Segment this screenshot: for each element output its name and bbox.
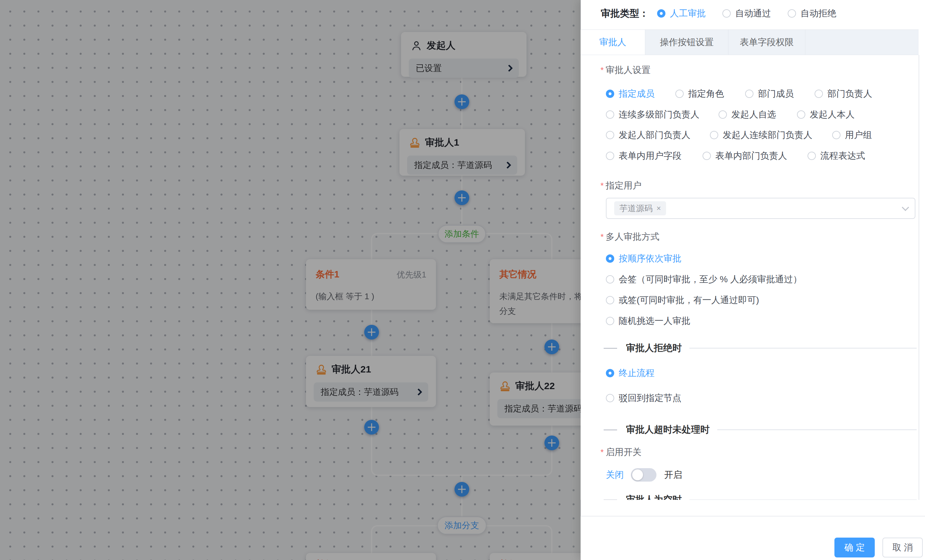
tab-action-buttons[interactable]: 操作按钮设置 (645, 30, 729, 55)
radio-icon[interactable] (606, 296, 614, 304)
radio-icon[interactable] (606, 110, 614, 119)
approver-option-12[interactable]: 流程表达式 (807, 149, 865, 162)
tag-close-icon[interactable]: × (657, 204, 661, 213)
node-approver1[interactable]: 审批人1 指定成员：芋道源码 (399, 129, 525, 176)
add-node-button[interactable] (455, 190, 469, 205)
radio-icon[interactable] (788, 9, 796, 18)
condition-title: 其它情况 (499, 268, 536, 281)
approver-option-1[interactable]: 指定角色 (675, 87, 724, 100)
approver-option-10[interactable]: 表单内用户字段 (606, 149, 681, 162)
add-branch-label: 添加分支 (444, 520, 479, 531)
radio-icon[interactable] (832, 131, 841, 139)
switch-on-label[interactable]: 开启 (664, 469, 682, 481)
radio-icon[interactable] (710, 131, 718, 139)
node-title: 发起人 (427, 39, 455, 52)
node-condition-else[interactable]: 其它情况 优先级2 未满足其它条件时，将进入此分支 (490, 259, 581, 323)
radio-icon[interactable] (719, 110, 727, 119)
node-title: 审批人22 (515, 379, 555, 393)
condition-title: 条件1 (316, 268, 339, 281)
node-approver22-summary[interactable]: 指定成员：芋道源码 (497, 399, 581, 418)
radio-icon[interactable] (657, 9, 666, 18)
radio-icon[interactable] (606, 369, 614, 377)
radio-icon[interactable] (722, 9, 731, 18)
approver-option-3[interactable]: 部门负责人 (815, 87, 872, 100)
multi-mode-option-2[interactable]: 或签(可同时审批，有一人通过即可) (606, 294, 759, 307)
parallel-priority: 无优先级 (393, 559, 426, 560)
radio-icon[interactable] (675, 90, 684, 98)
add-node-button[interactable] (455, 95, 469, 109)
switch-off-label[interactable]: 关闭 (606, 469, 624, 481)
approver-option-4[interactable]: 连续多级部门负责人 (606, 108, 699, 121)
multi-mode-option-3[interactable]: 随机挑选一人审批 (606, 315, 690, 327)
node-parallel2[interactable]: 并行2 无优先级 (490, 553, 581, 560)
node-initiator[interactable]: 发起人 已设置 (401, 32, 527, 77)
add-node-button[interactable] (544, 340, 559, 354)
radio-icon[interactable] (606, 90, 614, 98)
radio-icon[interactable] (606, 254, 614, 263)
add-node-button[interactable] (544, 435, 559, 450)
radio-icon[interactable] (606, 152, 614, 160)
multi-mode-option-0[interactable]: 按顺序依次审批 (606, 252, 681, 265)
merge-line (371, 458, 462, 476)
radio-icon[interactable] (745, 90, 753, 98)
divider-dash (604, 348, 617, 349)
divider-line (689, 500, 917, 500)
parallel-header: 并行2 无优先级 (490, 553, 581, 560)
add-node-button[interactable] (364, 420, 379, 435)
radio-icon[interactable] (702, 152, 711, 160)
toggle-knob (632, 470, 643, 480)
parallel-header: 并行1 无优先级 (306, 553, 436, 560)
reject-section-divider: 审批人拒绝时 (604, 342, 917, 355)
divider-dash (604, 429, 617, 431)
multi-mode-option-1[interactable]: 会签（可同时审批，至少 % 人必须审批通过） (606, 273, 802, 286)
assign-user-select[interactable]: 芋道源码 × (606, 198, 915, 219)
add-condition-button[interactable]: 添加条件 (438, 225, 486, 243)
tab-approver[interactable]: 审批人 (581, 30, 645, 55)
add-node-button[interactable] (455, 482, 469, 497)
confirm-button[interactable]: 确 定 (835, 537, 875, 557)
approver-option-5[interactable]: 发起人自选 (719, 108, 776, 121)
approval-type-option-auto-reject[interactable]: 自动拒绝 (788, 7, 836, 20)
node-parallel1[interactable]: 并行1 无优先级 (306, 553, 436, 560)
approver-option-11[interactable]: 表单内部门负责人 (702, 149, 787, 162)
approver-option-0[interactable]: 指定成员 (606, 87, 655, 100)
approver-option-9[interactable]: 用户组 (832, 129, 872, 142)
node-approver1-header: 审批人1 (399, 129, 525, 154)
radio-icon[interactable] (606, 131, 614, 139)
approval-type-option-manual[interactable]: 人工审批 (657, 7, 706, 20)
radio-icon[interactable] (815, 90, 823, 98)
radio-icon[interactable] (606, 275, 614, 283)
parallel-title: 并行1 (316, 558, 339, 560)
scrollbar-track[interactable] (919, 55, 919, 500)
add-branch-button[interactable]: 添加分支 (437, 516, 487, 534)
tab-form-field-permission[interactable]: 表单字段权限 (729, 30, 805, 55)
approver-option-2[interactable]: 部门成员 (745, 87, 794, 100)
node-approver21[interactable]: 审批人21 指定成员：芋道源码 (306, 356, 436, 407)
radio-icon[interactable] (807, 152, 816, 160)
approver-option-6[interactable]: 发起人本人 (797, 108, 854, 121)
approval-type-label: 审批类型： (601, 7, 649, 20)
approval-type-option-auto-approve[interactable]: 自动通过 (722, 7, 771, 20)
enable-toggle[interactable] (631, 468, 657, 482)
settings-scroll-area[interactable]: *审批人设置 指定成员 指定角色 部门成员 部门负责人 连续多级部门负责人 发起… (581, 55, 925, 500)
user-tag: 芋道源码 × (614, 201, 666, 215)
condition-body: (输入框 等于 1 ) (306, 281, 436, 304)
condition-header: 条件1 优先级1 (306, 259, 436, 281)
reject-option-1[interactable]: 驳回到指定节点 (606, 392, 681, 405)
radio-icon[interactable] (606, 394, 614, 402)
node-condition1[interactable]: 条件1 优先级1 (输入框 等于 1 ) (306, 259, 436, 310)
cancel-button[interactable]: 取 消 (883, 537, 923, 557)
approver-option-7[interactable]: 发起人部门负责人 (606, 129, 690, 142)
enable-switch-label: *启用开关 (600, 446, 642, 458)
approver-option-8[interactable]: 发起人连续部门负责人 (710, 129, 812, 142)
node-approver21-summary[interactable]: 指定成员：芋道源码 (314, 382, 428, 402)
flow-canvas[interactable]: 发起人 已设置 审批人1 指定成员：芋道源码 (0, 0, 581, 560)
radio-icon[interactable] (797, 110, 805, 119)
node-approver22-header: 审批人22 (490, 372, 581, 397)
add-node-button[interactable] (364, 325, 379, 340)
node-initiator-summary[interactable]: 已设置 (409, 59, 519, 78)
node-approver22[interactable]: 审批人22 指定成员：芋道源码 (490, 372, 581, 426)
radio-icon[interactable] (606, 317, 614, 325)
reject-option-0[interactable]: 终止流程 (606, 367, 655, 379)
node-approver1-summary[interactable]: 指定成员：芋道源码 (407, 155, 517, 175)
